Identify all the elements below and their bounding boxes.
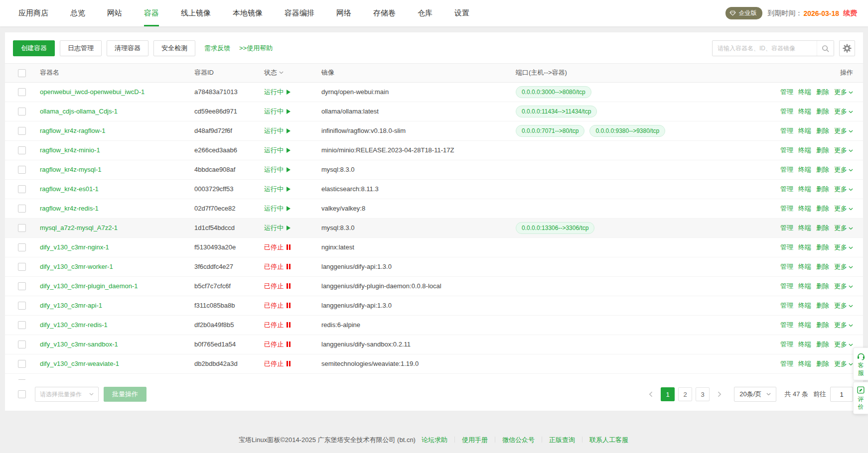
renew-link[interactable]: 续费 <box>843 9 857 18</box>
status-stopped[interactable]: 已停止 <box>264 379 290 380</box>
page-button-3[interactable]: 3 <box>696 387 710 401</box>
delete-link[interactable]: 删除 <box>816 263 829 270</box>
header-status-filter[interactable]: 状态 <box>264 64 321 82</box>
row-checkbox[interactable] <box>18 185 26 193</box>
terminal-link[interactable]: 终端 <box>798 146 811 154</box>
status-running[interactable]: 运行中 <box>264 165 290 174</box>
help-link[interactable]: >>使用帮助 <box>239 44 273 53</box>
more-link[interactable]: 更多 <box>834 302 853 309</box>
manage-link[interactable]: 管理 <box>780 360 793 367</box>
manage-link[interactable]: 管理 <box>780 205 793 212</box>
delete-link[interactable]: 删除 <box>816 224 829 231</box>
manage-link[interactable]: 管理 <box>780 88 793 96</box>
page-size-select[interactable]: 20条/页 <box>734 387 776 402</box>
nav-tab-app-store[interactable]: 应用商店 <box>11 0 56 26</box>
status-running[interactable]: 运行中 <box>264 224 290 232</box>
manage-link[interactable]: 管理 <box>780 302 793 309</box>
terminal-link[interactable]: 终端 <box>798 340 811 348</box>
clean-containers-button[interactable]: 清理容器 <box>107 40 148 56</box>
create-container-button[interactable]: 创建容器 <box>13 40 55 56</box>
page-button-2[interactable]: 2 <box>678 387 692 401</box>
terminal-link[interactable]: 终端 <box>798 224 811 231</box>
nav-tab-settings[interactable]: 设置 <box>447 0 477 26</box>
terminal-link[interactable]: 终端 <box>798 205 811 212</box>
manage-link[interactable]: 管理 <box>780 127 793 134</box>
container-name-link[interactable]: ragflow_kr4z-mysql-1 <box>40 166 102 173</box>
more-link[interactable]: 更多 <box>834 263 853 270</box>
table-settings-button[interactable] <box>839 40 855 56</box>
terminal-link[interactable]: 终端 <box>798 321 811 329</box>
delete-link[interactable]: 删除 <box>816 185 829 193</box>
batch-select-all-checkbox[interactable] <box>18 390 26 398</box>
more-link[interactable]: 更多 <box>834 146 853 154</box>
nav-tab-compose[interactable]: 容器编排 <box>277 0 322 26</box>
manage-link[interactable]: 管理 <box>780 321 793 329</box>
terminal-link[interactable]: 终端 <box>798 166 811 173</box>
delete-link[interactable]: 删除 <box>816 302 829 309</box>
container-name-link[interactable]: dify_v130_c3mr-nginx-1 <box>40 243 109 251</box>
status-stopped[interactable]: 已停止 <box>264 282 290 291</box>
terminal-link[interactable]: 终端 <box>798 282 811 290</box>
more-link[interactable]: 更多 <box>834 243 853 251</box>
terminal-link[interactable]: 终端 <box>798 185 811 193</box>
row-checkbox[interactable] <box>18 263 26 271</box>
review-widget[interactable]: 评价 <box>853 382 868 414</box>
status-running[interactable]: 运行中 <box>264 204 290 213</box>
row-checkbox[interactable] <box>18 88 26 96</box>
status-stopped[interactable]: 已停止 <box>264 301 290 310</box>
container-name-link[interactable]: ragflow_kr4z-es01-1 <box>40 185 99 193</box>
status-running[interactable]: 运行中 <box>264 88 290 97</box>
log-management-button[interactable]: 日志管理 <box>60 40 102 56</box>
row-checkbox[interactable] <box>18 166 26 174</box>
delete-link[interactable]: 删除 <box>816 166 829 173</box>
select-all-checkbox[interactable] <box>18 69 26 77</box>
delete-link[interactable]: 删除 <box>816 243 829 251</box>
container-name-link[interactable]: dify_v130_c3mr-sandbox-1 <box>40 340 118 348</box>
footer-link[interactable]: 使用手册 <box>462 436 488 444</box>
footer-link[interactable]: 正版查询 <box>549 436 575 444</box>
row-checkbox[interactable] <box>18 243 26 251</box>
row-checkbox[interactable] <box>18 108 26 115</box>
delete-link[interactable]: 删除 <box>816 321 829 329</box>
terminal-link[interactable]: 终端 <box>798 108 811 115</box>
status-stopped[interactable]: 已停止 <box>264 262 290 271</box>
more-link[interactable]: 更多 <box>834 360 853 367</box>
status-running[interactable]: 运行中 <box>264 185 290 194</box>
manage-link[interactable]: 管理 <box>780 282 793 290</box>
footer-link[interactable]: 微信公众号 <box>502 436 535 444</box>
row-checkbox[interactable] <box>18 127 26 135</box>
container-name-link[interactable]: mysql_a7z2-mysql_A7z2-1 <box>40 224 118 231</box>
manage-link[interactable]: 管理 <box>780 166 793 173</box>
delete-link[interactable]: 删除 <box>816 360 829 367</box>
manage-link[interactable]: 管理 <box>780 379 793 380</box>
feedback-link[interactable]: 需求反馈 <box>204 44 230 53</box>
nav-tab-overview[interactable]: 总览 <box>63 0 93 26</box>
more-link[interactable]: 更多 <box>834 379 853 380</box>
more-link[interactable]: 更多 <box>834 185 853 193</box>
container-name-link[interactable]: dify_v130_c3mr-plugin_daemon-1 <box>40 282 138 290</box>
nav-tab-volume[interactable]: 存储卷 <box>366 0 403 26</box>
next-page-button[interactable] <box>713 387 726 401</box>
manage-link[interactable]: 管理 <box>780 108 793 115</box>
batch-operation-select[interactable]: 请选择批量操作 <box>35 387 99 402</box>
container-name-link[interactable]: ollama_cdjs-ollama_Cdjs-1 <box>40 108 118 115</box>
container-name-link[interactable]: dify_v130_c3mr-worker-1 <box>40 263 113 270</box>
container-name-link[interactable]: openwebui_iwcd-openwebui_iwcD-1 <box>40 88 145 96</box>
container-name-link[interactable]: dify_v130_c3mr-redis-1 <box>40 321 108 329</box>
row-checkbox[interactable] <box>18 302 26 310</box>
status-running[interactable]: 运行中 <box>264 126 290 135</box>
manage-link[interactable]: 管理 <box>780 263 793 270</box>
status-running[interactable]: 运行中 <box>264 146 290 155</box>
container-name-link[interactable]: dify_v130_c3mr-weaviate-1 <box>40 360 119 367</box>
terminal-link[interactable]: 终端 <box>798 302 811 309</box>
container-name-link[interactable]: dify_v130_c3mr-api-1 <box>40 302 102 309</box>
terminal-link[interactable]: 终端 <box>798 379 811 380</box>
delete-link[interactable]: 删除 <box>816 146 829 154</box>
manage-link[interactable]: 管理 <box>780 146 793 154</box>
delete-link[interactable]: 删除 <box>816 88 829 96</box>
more-link[interactable]: 更多 <box>834 205 853 212</box>
status-stopped[interactable]: 已停止 <box>264 340 290 349</box>
status-stopped[interactable]: 已停止 <box>264 321 290 330</box>
row-checkbox[interactable] <box>18 321 26 329</box>
more-link[interactable]: 更多 <box>834 108 853 115</box>
